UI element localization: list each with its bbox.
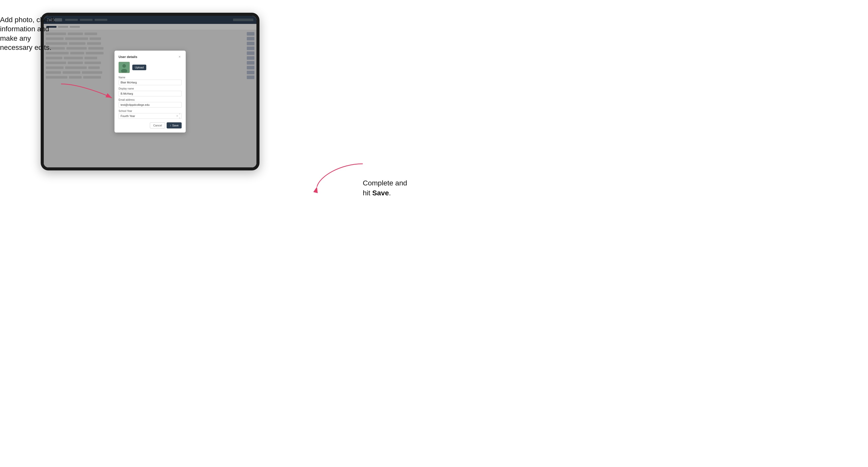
modal-close-button[interactable]: × — [178, 55, 182, 59]
modal-title: User details — [119, 55, 137, 59]
save-button-label: Save — [172, 124, 179, 127]
display-name-field-group: Display name — [119, 87, 182, 96]
svg-point-3 — [122, 64, 126, 68]
name-label: Name — [119, 76, 182, 79]
annotation-left: Add photo, check information and make an… — [0, 15, 71, 53]
school-year-field-group: School Year × ⌃⌄ — [119, 110, 182, 119]
save-icon: ↑ — [170, 124, 171, 127]
user-photo-svg — [119, 62, 129, 72]
select-clear-icon[interactable]: × — [176, 114, 178, 118]
email-input[interactable] — [119, 102, 182, 107]
photo-section: Upload — [119, 62, 182, 73]
annotation-bold: Save — [372, 189, 389, 197]
cancel-button[interactable]: Cancel — [150, 122, 165, 128]
annotation-end: . — [389, 189, 391, 197]
modal-overlay: User details × Upload — [44, 16, 256, 167]
annotation-line-3: make any — [0, 34, 31, 42]
email-label: Email address — [119, 98, 182, 101]
school-year-select-wrapper: × ⌃⌄ — [119, 113, 182, 119]
user-photo — [119, 62, 130, 73]
modal-header: User details × — [119, 55, 182, 59]
school-year-input[interactable] — [119, 113, 182, 119]
annotation-line-2: information and — [0, 25, 49, 33]
tablet-device: User details × Upload — [41, 13, 259, 170]
annotation-line-4: necessary edits. — [0, 43, 52, 51]
annotation-right: Complete andhit Save. — [363, 178, 429, 198]
annotation-line-1: Add photo, check — [0, 16, 55, 24]
modal-footer: Cancel ↑ Save — [119, 122, 182, 128]
select-controls: × ⌃⌄ — [176, 113, 181, 119]
display-name-input[interactable] — [119, 91, 182, 96]
arrow-right — [314, 161, 365, 193]
email-field-group: Email address — [119, 98, 182, 107]
name-input[interactable] — [119, 80, 182, 85]
save-button[interactable]: ↑ Save — [167, 122, 182, 128]
user-details-modal: User details × Upload — [115, 51, 186, 132]
select-dropdown-icon[interactable]: ⌃⌄ — [179, 113, 181, 119]
tablet-screen: User details × Upload — [44, 16, 256, 167]
upload-photo-button[interactable]: Upload — [132, 65, 146, 70]
display-name-label: Display name — [119, 87, 182, 90]
school-year-label: School Year — [119, 110, 182, 113]
name-field-group: Name — [119, 76, 182, 85]
